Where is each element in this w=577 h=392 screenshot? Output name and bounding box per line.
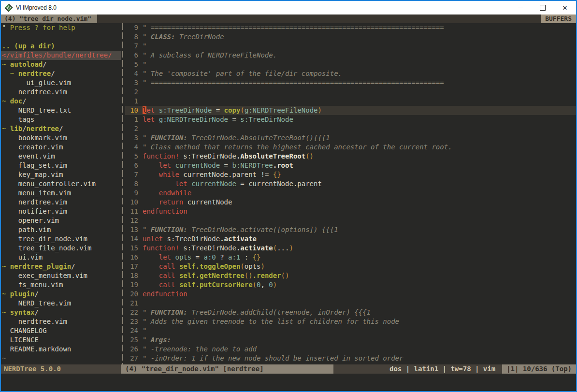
code-line[interactable]: 2 bbox=[125, 124, 576, 133]
code-line[interactable]: 5" bbox=[125, 60, 576, 69]
tree-item[interactable]: LICENCE bbox=[2, 335, 121, 345]
command-line[interactable] bbox=[1, 374, 576, 391]
code-line[interactable]: 1let g:NERDTreeDirNode = s:TreeDirNode bbox=[125, 115, 576, 124]
code-line[interactable]: 4" Class method that returns the highest… bbox=[125, 143, 576, 152]
code-segment: NERD_tree.txt bbox=[2, 106, 71, 114]
code-line[interactable]: 9 endwhile bbox=[125, 189, 576, 198]
code-line[interactable]: 20endfunction bbox=[125, 290, 576, 299]
tree-item[interactable]: ~ lib/nerdtree/ bbox=[2, 124, 121, 133]
code-line[interactable]: 25" Args: bbox=[125, 335, 576, 345]
code-line-cursor[interactable]: 10let s:TreeDirNode = copy(g:NERDTreeFil… bbox=[125, 106, 576, 115]
tree-item[interactable]: nerdtree.vim bbox=[2, 317, 121, 326]
tree-item[interactable]: tags bbox=[2, 115, 121, 124]
tree-item[interactable]: menu_controller.vim bbox=[2, 179, 121, 189]
tree-item[interactable]: NERD_tree.vim bbox=[2, 299, 121, 308]
tree-item[interactable]: " Press ? for help bbox=[2, 23, 121, 32]
tree-item[interactable]: bookmark.vim bbox=[2, 133, 121, 143]
tree-item[interactable]: ~ plugin/ bbox=[2, 290, 121, 299]
code-line-text: " -inOrder: 1 if the new node should be … bbox=[143, 354, 403, 363]
code-line[interactable]: 19 call self.putCursorHere(0, 0) bbox=[125, 280, 576, 290]
tree-item[interactable]: ~ bbox=[2, 354, 121, 363]
code-line[interactable]: 1 bbox=[125, 97, 576, 106]
code-segment: return bbox=[159, 198, 184, 206]
code-line[interactable]: 8 let currentNode = currentNode.parent bbox=[125, 179, 576, 189]
tree-item[interactable]: CHANGELOG bbox=[2, 326, 121, 335]
code-line[interactable]: 22" FUNCTION: TreeDirNode.addChild(treen… bbox=[125, 308, 576, 317]
tree-item[interactable]: opener.vim bbox=[2, 216, 121, 225]
code-line[interactable]: 15function! s:TreeDirNode.activate(...) bbox=[125, 244, 576, 253]
code-line[interactable]: 8" CLASS: TreeDirNode bbox=[125, 32, 576, 42]
tree-item[interactable]: menu_item.vim bbox=[2, 189, 121, 198]
tree-item[interactable]: creator.vim bbox=[2, 143, 121, 152]
code-line[interactable]: 23" Adds the given treenode to the list … bbox=[125, 317, 576, 326]
code-line[interactable]: 18 call self.getNerdtree().render() bbox=[125, 271, 576, 280]
tree-item[interactable]: tree_dir_node.vim bbox=[2, 234, 121, 244]
tree-item[interactable]: path.vim bbox=[2, 225, 121, 234]
code-segment: call bbox=[159, 262, 175, 270]
tree-item[interactable]: NERD_tree.txt bbox=[2, 106, 121, 115]
tree-item[interactable]: ~ autoload/ bbox=[2, 60, 121, 69]
tree-item[interactable]: README.markdown bbox=[2, 345, 121, 354]
buffer-tab-tree-dir-node[interactable]: (4) "tree_dir_node.vim" bbox=[1, 15, 97, 23]
code-segment: tree_file_node.vim bbox=[2, 244, 91, 252]
code-line[interactable]: 12 bbox=[125, 216, 576, 225]
code-line[interactable]: 21 bbox=[125, 299, 576, 308]
code-segment bbox=[188, 180, 191, 188]
tree-item[interactable]: event.vim bbox=[2, 152, 121, 161]
code-line-text: let s:TreeDirNode = copy(g:NERDTreeFileN… bbox=[143, 106, 322, 115]
tree-item[interactable]: nerdtree.vim bbox=[2, 198, 121, 207]
tree-root-item[interactable]: </vimfiles/bundle/nerdtree/ bbox=[1, 51, 121, 60]
code-line[interactable]: 27" -inOrder: 1 if the new node should b… bbox=[125, 354, 576, 363]
code-segment: copy bbox=[224, 106, 241, 114]
line-number: 4 bbox=[125, 143, 138, 152]
tree-item[interactable]: ~ nerdtree_plugin/ bbox=[2, 262, 121, 271]
code-line[interactable]: 26" -treenode: the node to add bbox=[125, 345, 576, 354]
code-line[interactable]: 6" A subclass of NERDTreeFileNode. bbox=[125, 51, 576, 60]
tree-item[interactable]: tree_file_node.vim bbox=[2, 244, 121, 253]
tree-item[interactable]: .. (up a dir) bbox=[2, 42, 121, 51]
minimize-button[interactable] bbox=[509, 1, 532, 15]
code-line[interactable]: 14unlet s:TreeDirNode.activate bbox=[125, 234, 576, 244]
code-line-text: let currentNode = b:NERDTree.root bbox=[143, 161, 293, 170]
line-number: 8 bbox=[125, 32, 138, 42]
code-line[interactable]: 13" FUNCTION: TreeDirNode.activate([opti… bbox=[125, 225, 576, 234]
code-segment: currentNode bbox=[175, 161, 220, 169]
tree-item[interactable]: ~ doc/ bbox=[2, 97, 121, 106]
code-line[interactable]: 6 let currentNode = b:NERDTree.root bbox=[125, 161, 576, 170]
maximize-button[interactable] bbox=[532, 1, 554, 15]
tree-item[interactable]: ~ nerdtree/ bbox=[2, 69, 121, 78]
tree-item[interactable]: key_map.vim bbox=[2, 170, 121, 179]
code-line[interactable]: 24" bbox=[125, 326, 576, 335]
code-line[interactable]: 7 while currentNode.parent != {} bbox=[125, 170, 576, 179]
code-segment: .. (up a dir) bbox=[2, 42, 55, 50]
code-line[interactable]: 9" =====================================… bbox=[125, 23, 576, 32]
code-segment: / bbox=[34, 308, 38, 316]
code-line[interactable]: 2 bbox=[125, 87, 576, 97]
tree-item[interactable]: notifier.vim bbox=[2, 207, 121, 216]
tree-item[interactable]: nerdtree.vim bbox=[2, 87, 121, 97]
code-line[interactable]: 10 return currentNode bbox=[125, 198, 576, 207]
code-segment: let bbox=[175, 180, 187, 188]
tree-item[interactable]: exec_menuitem.vim bbox=[2, 271, 121, 280]
code-line[interactable]: 16 let opts = a:0 ? a:1 : {} bbox=[125, 253, 576, 262]
code-line[interactable]: 17 call self.toggleOpen(opts) bbox=[125, 262, 576, 271]
code-line-text: let g:NERDTreeDirNode = s:TreeDirNode bbox=[143, 115, 293, 124]
tree-item[interactable]: ~ syntax/ bbox=[2, 308, 121, 317]
tree-item[interactable]: ui.vim bbox=[2, 253, 121, 262]
code-line-text: " bbox=[143, 60, 146, 69]
code-line[interactable]: 3" FUNCTION: TreeDirNode.AbsoluteTreeRoo… bbox=[125, 133, 576, 143]
close-button[interactable]: ✕ bbox=[554, 1, 576, 15]
code-line[interactable]: 4" The 'composite' part of the file/dir … bbox=[125, 69, 576, 78]
code-line[interactable]: 5function! s:TreeDirNode.AbsoluteTreeRoo… bbox=[125, 152, 576, 161]
code-segment: flag_set.vim bbox=[2, 161, 67, 169]
code-line[interactable]: 11endfunction bbox=[125, 207, 576, 216]
code-line[interactable]: 3" =====================================… bbox=[125, 78, 576, 87]
tree-item[interactable]: fs_menu.vim bbox=[2, 280, 121, 290]
tree-item[interactable]: flag_set.vim bbox=[2, 161, 121, 170]
tabline-spacer bbox=[97, 15, 541, 23]
maximize-icon bbox=[540, 5, 546, 11]
tree-item[interactable]: ui_glue.vim bbox=[2, 78, 121, 87]
window-separator[interactable] bbox=[121, 23, 125, 364]
code-line[interactable]: 7" bbox=[125, 42, 576, 51]
code-segment: endfunction bbox=[143, 290, 188, 298]
